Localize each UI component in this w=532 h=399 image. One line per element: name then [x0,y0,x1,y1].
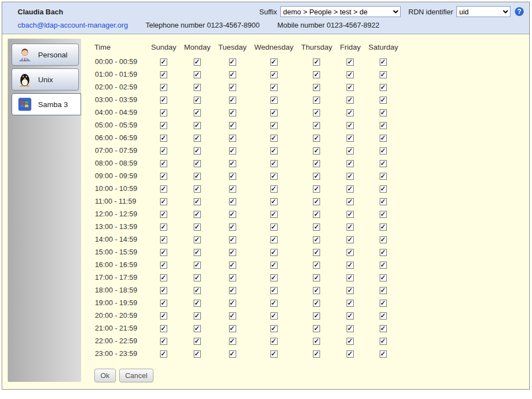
hour-checkbox-monday[interactable] [194,236,201,243]
hour-checkbox-friday[interactable] [347,338,354,345]
hour-checkbox-friday[interactable] [347,173,354,180]
hour-checkbox-sunday[interactable] [160,84,167,91]
hour-checkbox-saturday[interactable] [380,173,387,180]
hour-checkbox-monday[interactable] [194,147,201,155]
hour-checkbox-tuesday[interactable] [229,147,236,155]
hour-checkbox-thursday[interactable] [313,97,320,104]
hour-checkbox-wednesday[interactable] [270,262,278,269]
hour-checkbox-tuesday[interactable] [229,300,236,307]
hour-checkbox-friday[interactable] [347,109,354,116]
hour-checkbox-monday[interactable] [194,211,201,218]
help-icon[interactable]: ? [515,7,524,16]
hour-checkbox-friday[interactable] [347,325,354,332]
hour-checkbox-wednesday[interactable] [270,224,278,231]
hour-checkbox-thursday[interactable] [313,135,320,142]
hour-checkbox-tuesday[interactable] [229,350,236,358]
hour-checkbox-friday[interactable] [347,249,354,256]
hour-checkbox-tuesday[interactable] [229,249,236,256]
hour-checkbox-monday[interactable] [194,58,201,66]
hour-checkbox-thursday[interactable] [313,58,320,66]
hour-checkbox-friday[interactable] [347,312,354,320]
hour-checkbox-friday[interactable] [347,224,354,231]
hour-checkbox-monday[interactable] [194,300,201,307]
hour-checkbox-wednesday[interactable] [270,97,278,104]
hour-checkbox-tuesday[interactable] [229,338,236,345]
hour-checkbox-tuesday[interactable] [229,198,236,205]
hour-checkbox-monday[interactable] [194,249,201,256]
hour-checkbox-monday[interactable] [194,262,201,269]
hour-checkbox-sunday[interactable] [160,58,167,66]
hour-checkbox-tuesday[interactable] [229,262,236,269]
hour-checkbox-wednesday[interactable] [270,173,278,180]
hour-checkbox-saturday[interactable] [380,338,387,345]
hour-checkbox-wednesday[interactable] [270,109,278,116]
hour-checkbox-friday[interactable] [347,300,354,307]
hour-checkbox-thursday[interactable] [313,274,320,281]
hour-checkbox-sunday[interactable] [160,325,167,332]
hour-checkbox-wednesday[interactable] [270,312,278,320]
hour-checkbox-tuesday[interactable] [229,224,236,231]
hour-checkbox-sunday[interactable] [160,160,167,167]
hour-checkbox-sunday[interactable] [160,185,167,193]
cancel-button[interactable]: Cancel [119,369,153,382]
hour-checkbox-sunday[interactable] [160,198,167,205]
hour-checkbox-friday[interactable] [347,147,354,155]
hour-checkbox-saturday[interactable] [380,122,387,129]
hour-checkbox-tuesday[interactable] [229,185,236,193]
tab-samba3[interactable]: Samba 3 [12,93,81,115]
hour-checkbox-wednesday[interactable] [270,338,278,345]
hour-checkbox-saturday[interactable] [380,71,387,78]
hour-checkbox-saturday[interactable] [380,147,387,155]
hour-checkbox-wednesday[interactable] [270,198,278,205]
hour-checkbox-tuesday[interactable] [229,274,236,281]
hour-checkbox-wednesday[interactable] [270,236,278,243]
hour-checkbox-friday[interactable] [347,84,354,91]
hour-checkbox-saturday[interactable] [380,350,387,358]
hour-checkbox-sunday[interactable] [160,147,167,155]
hour-checkbox-tuesday[interactable] [229,312,236,320]
hour-checkbox-tuesday[interactable] [229,325,236,332]
hour-checkbox-wednesday[interactable] [270,160,278,167]
hour-checkbox-wednesday[interactable] [270,147,278,155]
hour-checkbox-monday[interactable] [194,224,201,231]
hour-checkbox-tuesday[interactable] [229,211,236,218]
hour-checkbox-sunday[interactable] [160,236,167,243]
hour-checkbox-thursday[interactable] [313,109,320,116]
hour-checkbox-monday[interactable] [194,109,201,116]
suffix-select[interactable]: demo > People > test > de [280,6,401,17]
hour-checkbox-wednesday[interactable] [270,211,278,218]
rdn-identifier-select[interactable]: uid [456,6,510,17]
hour-checkbox-monday[interactable] [194,71,201,78]
hour-checkbox-sunday[interactable] [160,122,167,129]
hour-checkbox-tuesday[interactable] [229,173,236,180]
hour-checkbox-tuesday[interactable] [229,236,236,243]
hour-checkbox-saturday[interactable] [380,300,387,307]
hour-checkbox-thursday[interactable] [313,71,320,78]
hour-checkbox-saturday[interactable] [380,135,387,142]
hour-checkbox-friday[interactable] [347,122,354,129]
hour-checkbox-thursday[interactable] [313,122,320,129]
hour-checkbox-saturday[interactable] [380,249,387,256]
hour-checkbox-wednesday[interactable] [270,185,278,193]
hour-checkbox-monday[interactable] [194,325,201,332]
hour-checkbox-sunday[interactable] [160,97,167,104]
hour-checkbox-saturday[interactable] [380,274,387,281]
hour-checkbox-tuesday[interactable] [229,97,236,104]
hour-checkbox-monday[interactable] [194,185,201,193]
hour-checkbox-saturday[interactable] [380,198,387,205]
hour-checkbox-monday[interactable] [194,287,201,294]
hour-checkbox-thursday[interactable] [313,249,320,256]
hour-checkbox-tuesday[interactable] [229,109,236,116]
hour-checkbox-thursday[interactable] [313,287,320,294]
hour-checkbox-tuesday[interactable] [229,287,236,294]
hour-checkbox-wednesday[interactable] [270,135,278,142]
hour-checkbox-saturday[interactable] [380,58,387,66]
hour-checkbox-monday[interactable] [194,173,201,180]
hour-checkbox-monday[interactable] [194,350,201,358]
hour-checkbox-thursday[interactable] [313,262,320,269]
hour-checkbox-thursday[interactable] [313,236,320,243]
hour-checkbox-thursday[interactable] [313,160,320,167]
hour-checkbox-saturday[interactable] [380,185,387,193]
hour-checkbox-sunday[interactable] [160,135,167,142]
hour-checkbox-sunday[interactable] [160,262,167,269]
